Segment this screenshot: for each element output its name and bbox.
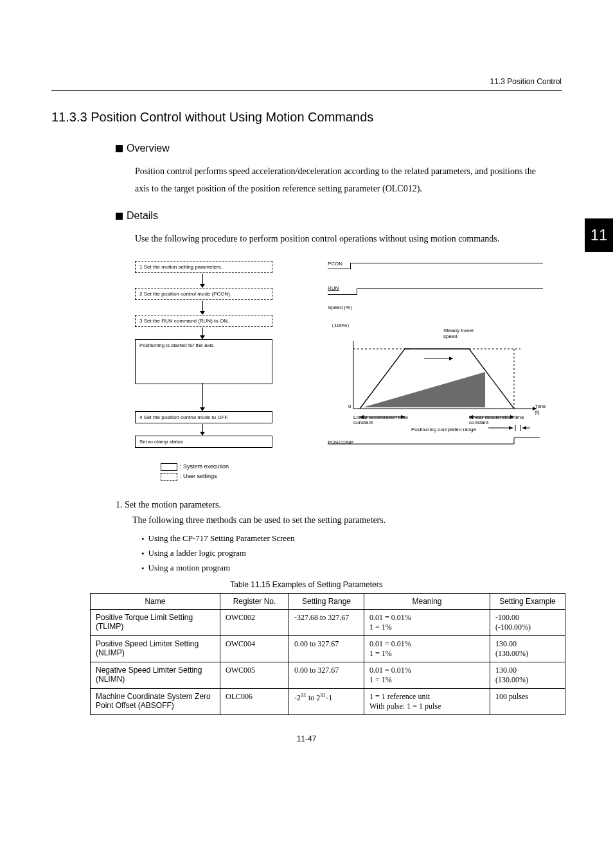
- cell-example: 100 pulses: [490, 688, 565, 714]
- table-row: Negative Speed Limiter Setting (NLIMN)OW…: [91, 662, 565, 688]
- label-steady: Steady travel speed: [443, 328, 485, 340]
- cell-example: -100.00(-100.00%): [490, 609, 565, 635]
- page-number: 11-47: [51, 734, 562, 743]
- cell-range: 0.00 to 327.67: [289, 662, 364, 688]
- label-speedpct: Speed (%): [328, 305, 352, 310]
- cell-range: -231 to 231-1: [289, 688, 364, 714]
- th-example: Setting Example: [490, 593, 565, 609]
- flow-servo: Servo clamp status: [135, 436, 272, 448]
- svg-marker-20: [522, 426, 526, 430]
- sig-line: [350, 263, 351, 269]
- th-reg: Register No.: [220, 593, 289, 609]
- bullet-text: Using the CP-717 Setting Parameter Scree…: [148, 533, 295, 543]
- label-lin-dec: Linear deceleration time constant: [469, 415, 540, 426]
- bullet-1: •Using the CP-717 Setting Parameter Scre…: [141, 533, 562, 544]
- procedure-step-1-body: The following three methods can be used …: [132, 515, 562, 526]
- label-time: Time (t): [535, 403, 546, 415]
- speed-chart: [328, 335, 546, 463]
- table-header-row: Name Register No. Setting Range Meaning …: [91, 593, 565, 609]
- th-meaning: Meaning: [364, 593, 490, 609]
- cell-meaning: 0.01 = 0.01%1 = 1%: [364, 635, 490, 662]
- bullet-text: Using a motion program: [148, 563, 230, 572]
- bullet-icon: •: [141, 563, 145, 574]
- cell-name: Positive Speed Limiter Setting (NLIMP): [91, 635, 220, 662]
- overview-heading: Overview: [116, 143, 562, 154]
- details-label: Details: [127, 210, 158, 221]
- cell-example: 130.00(130.00%): [490, 635, 565, 662]
- bullet-icon: •: [141, 534, 145, 544]
- label-poscomp: POSCONP: [328, 439, 353, 445]
- label-zero: 0: [348, 403, 351, 409]
- procedure-diagram: 1 Set the motion setting parameters. 2 S…: [135, 261, 562, 486]
- cell-name: Machine Coordinate System Zero Point Off…: [91, 688, 220, 714]
- details-body: Use the following procedure to perform p…: [135, 231, 549, 248]
- svg-marker-8: [363, 372, 485, 407]
- label-pcon: PCON: [328, 261, 342, 267]
- flow-step-3: 3 Set the RUN command (RUN) to ON.: [135, 315, 272, 327]
- table-row: Positive Torque Limit Setting (TLIMP)OWC…: [91, 609, 565, 635]
- cell-register: OWC004: [220, 635, 289, 662]
- cell-name: Positive Torque Limit Setting (TLIMP): [91, 609, 220, 635]
- cell-register: OWC002: [220, 609, 289, 635]
- flow-step-4: 4 Set the position control mode to OFF.: [135, 411, 272, 423]
- bullet-text: Using a ladder logic program: [148, 548, 246, 558]
- chapter-tab: 11: [585, 218, 613, 252]
- label-100pct: （100%）: [329, 322, 352, 329]
- details-heading: Details: [116, 210, 562, 222]
- label-pos-range: Positioning completed range: [411, 427, 476, 432]
- cell-range: -327.68 to 327.67: [289, 609, 364, 635]
- procedure-step-1: 1. Set the motion parameters.: [116, 500, 562, 510]
- page: 11.3 Position Control 11 11.3.3 Position…: [0, 0, 613, 769]
- cell-range: 0.00 to 327.67: [289, 635, 364, 662]
- th-range: Setting Range: [289, 593, 364, 609]
- flow-step-2: 2 Set the position control mode (PCON).: [135, 288, 272, 300]
- square-bullet-icon: [116, 213, 123, 220]
- legend-solid-icon: [161, 463, 177, 471]
- flow-positioning: Positioning is started for the axis.: [135, 339, 272, 384]
- overview-body: Position control performs speed accelera…: [135, 163, 549, 197]
- svg-marker-16: [509, 426, 513, 430]
- bullet-icon: •: [141, 549, 145, 559]
- svg-marker-7: [449, 357, 453, 360]
- label-position: Position: [434, 373, 452, 379]
- sig-line: [350, 263, 543, 263]
- sig-line: [357, 288, 357, 295]
- sig-line: [328, 269, 350, 269]
- flow-connector: [202, 383, 203, 409]
- square-bullet-icon: [116, 145, 123, 152]
- bullet-2: •Using a ladder logic program: [141, 548, 562, 559]
- cell-name: Negative Speed Limiter Setting (NLIMN): [91, 662, 220, 688]
- legend-user: : User settings: [180, 473, 217, 479]
- cell-meaning: 0.01 = 0.01%1 = 1%: [364, 609, 490, 635]
- legend-dashed-icon: [161, 473, 177, 481]
- bullet-3: •Using a motion program: [141, 563, 562, 574]
- flow-step-1: 1 Set the motion setting parameters.: [135, 261, 272, 273]
- breadcrumb: 11.3 Position Control: [51, 77, 562, 91]
- legend: : System execution : User settings: [161, 463, 229, 481]
- table-row: Machine Coordinate System Zero Point Off…: [91, 688, 565, 714]
- label-lin-acc: Linear acceleration time constant: [353, 415, 424, 426]
- sig-line: [357, 288, 543, 289]
- cell-register: OWC005: [220, 662, 289, 688]
- sig-line: [328, 294, 357, 295]
- cell-example: 130.00(130.00%): [490, 662, 565, 688]
- cell-register: OLC006: [220, 688, 289, 714]
- cell-meaning: 0.01 = 0.01%1 = 1%: [364, 662, 490, 688]
- label-run: RUN: [328, 285, 339, 291]
- overview-label: Overview: [127, 143, 170, 154]
- cell-meaning: 1 = 1 reference unitWith pulse: 1 = 1 pu…: [364, 688, 490, 714]
- parameters-table: Name Register No. Setting Range Meaning …: [90, 593, 565, 715]
- legend-system: : System execution: [180, 463, 229, 470]
- table-row: Positive Speed Limiter Setting (NLIMP)OW…: [91, 635, 565, 662]
- section-heading: 11.3.3 Position Control without Using Mo…: [51, 110, 562, 125]
- th-name: Name: [91, 593, 220, 609]
- table-caption: Table 11.15 Examples of Setting Paramete…: [51, 580, 562, 589]
